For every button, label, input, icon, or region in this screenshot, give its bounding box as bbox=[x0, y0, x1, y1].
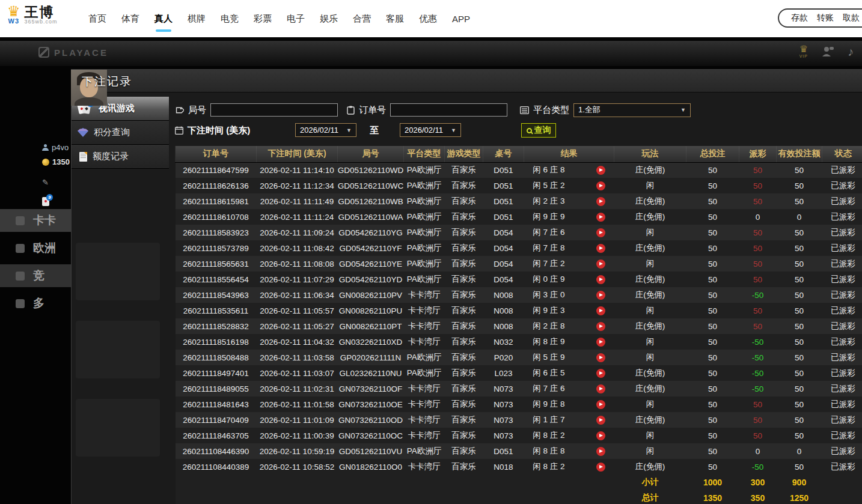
cell-platform: 卡卡湾厅 bbox=[404, 287, 445, 303]
cell-platform: 卡卡湾厅 bbox=[404, 396, 445, 412]
cell-valid-bet: 50 bbox=[777, 396, 822, 412]
music-icon[interactable]: ♪ bbox=[848, 46, 854, 58]
platform-type-icon bbox=[520, 106, 529, 114]
cell-play: 庄(免佣) bbox=[614, 162, 686, 178]
col-result: 结果 bbox=[524, 146, 614, 162]
play-video-icon[interactable] bbox=[596, 275, 605, 284]
lobby-menu-item: 卡卡 bbox=[0, 209, 71, 232]
wallet-action-link[interactable]: 存款 bbox=[791, 13, 808, 23]
cell-result: 闲 7 庄 6 bbox=[524, 381, 614, 396]
nav-item[interactable]: 客服 bbox=[385, 11, 405, 27]
cell-payout: 50 bbox=[739, 178, 777, 193]
status-badge: 已派彩 bbox=[822, 350, 862, 365]
cell-game-type: 百家乐 bbox=[445, 334, 483, 350]
lobby-menu-icon bbox=[16, 244, 25, 253]
nav-item[interactable]: 彩票 bbox=[253, 11, 272, 27]
cell-platform: PA欧洲厅 bbox=[404, 209, 445, 225]
wallet-action-link[interactable]: 取款 bbox=[843, 13, 860, 23]
play-video-icon[interactable] bbox=[596, 213, 605, 222]
cell-valid-bet: 50 bbox=[777, 412, 822, 428]
cell-platform: PA欧洲厅 bbox=[404, 256, 445, 272]
cell-payout: -50 bbox=[739, 350, 777, 365]
balance: 1350 bbox=[52, 157, 70, 166]
cell-game-type: 百家乐 bbox=[445, 162, 483, 178]
cell-result: 闲 7 庄 2 bbox=[524, 256, 614, 272]
active-tab-underline bbox=[156, 29, 171, 32]
cell-play: 庄(免佣) bbox=[614, 459, 686, 475]
cell-order: 260211118528832 bbox=[176, 318, 257, 334]
cell-payout: 50 bbox=[739, 225, 777, 240]
chevron-down-icon: ▼ bbox=[680, 107, 686, 113]
cell-round: GD051262110WD bbox=[338, 162, 404, 178]
site-logo[interactable]: ♛ W3 王博 365wb.com bbox=[7, 5, 58, 25]
cell-play: 闲 bbox=[614, 225, 686, 240]
nav-item[interactable]: 棋牌 bbox=[187, 11, 206, 27]
play-video-icon[interactable] bbox=[596, 463, 605, 472]
balance-row: 1350 bbox=[42, 157, 70, 166]
nav-item[interactable]: 电竞 bbox=[220, 11, 239, 27]
cell-valid-bet: 50 bbox=[777, 225, 822, 240]
round-number-input[interactable] bbox=[210, 103, 338, 117]
play-video-icon[interactable] bbox=[596, 306, 605, 315]
cell-platform: PA欧洲厅 bbox=[404, 240, 445, 256]
order-number-input[interactable] bbox=[390, 103, 507, 117]
cell-time: 2026-02-11 11:08:42 bbox=[257, 240, 338, 256]
cell-valid-bet: 50 bbox=[777, 287, 822, 303]
play-video-icon[interactable] bbox=[596, 181, 605, 190]
subtotal-payout: 300 bbox=[739, 475, 777, 490]
play-video-icon[interactable] bbox=[596, 166, 605, 175]
customer-service-icon[interactable] bbox=[821, 46, 834, 58]
cell-game-type: 百家乐 bbox=[445, 381, 483, 396]
status-badge: 已派彩 bbox=[822, 162, 862, 178]
nav-item[interactable]: 首页 bbox=[88, 11, 107, 27]
play-video-icon[interactable] bbox=[596, 431, 605, 440]
nav-item[interactable]: 真人 bbox=[154, 11, 173, 27]
status-badge: 已派彩 bbox=[822, 240, 862, 256]
nav-item[interactable]: 优惠 bbox=[418, 11, 438, 27]
play-video-icon[interactable] bbox=[596, 447, 605, 456]
nav-item[interactable]: 体育 bbox=[121, 11, 140, 27]
play-video-icon[interactable] bbox=[596, 197, 605, 206]
wallet-action-link[interactable]: 转账 bbox=[817, 13, 834, 23]
play-video-icon[interactable] bbox=[596, 338, 605, 347]
cell-platform: 卡卡湾厅 bbox=[404, 303, 445, 318]
nav-item[interactable]: APP bbox=[451, 11, 471, 26]
sidebar-item-quota-records[interactable]: 额度记录 bbox=[72, 145, 169, 169]
play-video-icon[interactable] bbox=[596, 353, 605, 362]
status-badge: 已派彩 bbox=[822, 318, 862, 334]
cell-game-type: 百家乐 bbox=[445, 365, 483, 381]
cell-game-type: 百家乐 bbox=[445, 428, 483, 443]
play-video-icon[interactable] bbox=[596, 260, 605, 269]
play-video-icon[interactable] bbox=[596, 369, 605, 378]
date-from-picker[interactable]: 2026/02/11 ▼ bbox=[295, 123, 356, 137]
platform-type-select[interactable]: 1.全部 ▼ bbox=[573, 103, 691, 117]
play-video-icon[interactable] bbox=[596, 244, 605, 253]
cell-play: 闲 bbox=[614, 334, 686, 350]
nav-item[interactable]: 电子 bbox=[286, 11, 305, 27]
date-to-picker[interactable]: 2026/02/11 ▼ bbox=[400, 123, 461, 137]
play-video-icon[interactable] bbox=[596, 322, 605, 331]
vip-icon[interactable]: ♛ VIP bbox=[799, 44, 808, 58]
play-video-icon[interactable] bbox=[596, 400, 605, 409]
nav-item[interactable]: 合营 bbox=[352, 11, 371, 27]
cell-round: GD051262110VU bbox=[338, 443, 404, 459]
play-video-icon[interactable] bbox=[596, 228, 605, 237]
play-video-icon[interactable] bbox=[596, 384, 605, 393]
search-button[interactable]: 查询 bbox=[521, 123, 556, 138]
cell-game-type: 百家乐 bbox=[445, 287, 483, 303]
cell-platform: PA欧洲厅 bbox=[404, 193, 445, 209]
play-video-icon[interactable] bbox=[596, 291, 605, 300]
sidebar-item-points-query[interactable]: 积分查询 bbox=[72, 121, 169, 145]
clipboard-icon bbox=[347, 106, 355, 115]
table-row: 260211118463705 2026-02-11 11:00:39 GN07… bbox=[176, 428, 862, 443]
document-icon bbox=[79, 152, 87, 162]
modal-title: 下注记录 bbox=[82, 74, 132, 90]
playace-logo-icon bbox=[38, 47, 49, 58]
col-payout: 派彩 bbox=[739, 146, 777, 162]
cell-valid-bet: 50 bbox=[777, 350, 822, 365]
nav-item[interactable]: 娱乐 bbox=[319, 11, 338, 27]
cell-result: 闲 8 庄 8 bbox=[524, 443, 614, 459]
play-video-icon[interactable] bbox=[596, 416, 605, 425]
modal-content: 局号 订单号 平台类型 1.全部 bbox=[169, 93, 862, 504]
cell-game-type: 百家乐 bbox=[445, 412, 483, 428]
